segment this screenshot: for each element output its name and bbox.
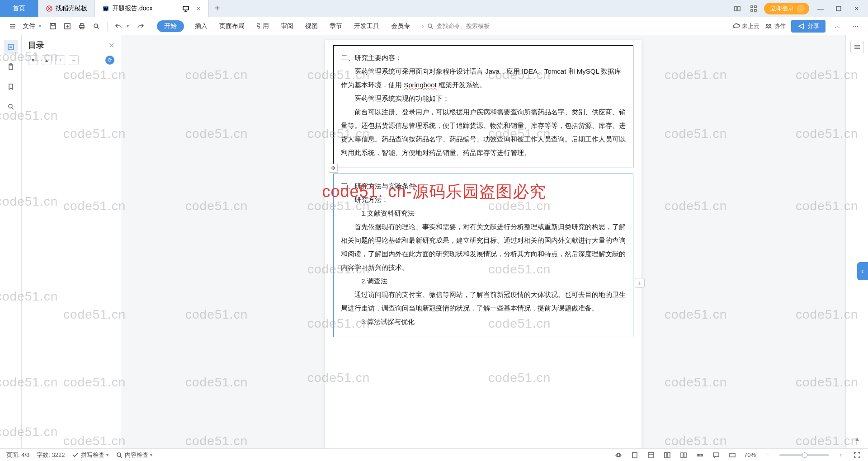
- outline-icon[interactable]: [4, 40, 18, 54]
- svg-rect-8: [751, 9, 753, 11]
- doc-section-2: 二、研究主要内容： 医药管理系统可采用面向对象程序设计语言 Java，应用 ID…: [333, 45, 633, 168]
- tab-template[interactable]: 找稻壳模板: [38, 0, 95, 17]
- svg-rect-30: [668, 452, 670, 458]
- sec3-m1: 1.文献资料研究法: [341, 207, 626, 220]
- zoom-in-icon[interactable]: +: [836, 451, 845, 460]
- reading-mode-icon[interactable]: [614, 451, 623, 460]
- properties-icon[interactable]: [850, 41, 864, 53]
- svg-rect-5: [738, 6, 740, 11]
- word-count[interactable]: 字数: 3222: [37, 451, 65, 459]
- svg-point-26: [617, 454, 620, 456]
- tab-start[interactable]: 开始: [157, 20, 184, 32]
- login-button[interactable]: 立即登录: [764, 3, 809, 14]
- layout-toggle-icon[interactable]: [731, 3, 743, 14]
- svg-rect-21: [8, 44, 14, 50]
- table-handle-icon[interactable]: ✥: [329, 164, 338, 173]
- svg-rect-28: [648, 452, 654, 458]
- maximize-button[interactable]: [832, 5, 845, 12]
- view-outline-icon[interactable]: [646, 451, 656, 460]
- file-menu[interactable]: 文件: [21, 22, 37, 30]
- tab-view[interactable]: 视图: [304, 20, 319, 32]
- zoom-out-icon[interactable]: −: [763, 451, 772, 460]
- tab-review[interactable]: 审阅: [280, 20, 294, 32]
- close-window-button[interactable]: ✕: [850, 5, 863, 12]
- svg-rect-27: [632, 452, 637, 458]
- page-indicator[interactable]: 页面: 4/8: [6, 451, 29, 459]
- tab-home[interactable]: 首页: [0, 0, 38, 17]
- menubar: 文件▾ ▾ 开始 插入 页面布局 引用 审阅 视图 章节 开发工具 会员专 › …: [0, 17, 868, 35]
- tab-insert[interactable]: 插入: [194, 20, 208, 32]
- svg-rect-9: [755, 9, 756, 11]
- expand-all-icon[interactable]: ▴: [42, 55, 52, 65]
- redo-icon[interactable]: [134, 20, 147, 33]
- sec2-title: 二、研究主要内容：: [341, 51, 626, 65]
- toc-add-icon[interactable]: +: [55, 55, 65, 65]
- toc-sync-icon[interactable]: ⟳: [105, 56, 114, 65]
- sec3-h1: 研究方法：: [341, 193, 626, 207]
- insert-row-icon[interactable]: +: [635, 278, 645, 288]
- left-rail: [0, 35, 22, 448]
- svg-rect-7: [755, 6, 756, 8]
- document-page: 二、研究主要内容： 医药管理系统可采用面向对象程序设计语言 Java，应用 ID…: [325, 40, 642, 448]
- feedback-tab[interactable]: ‹: [857, 262, 868, 280]
- tab-document[interactable]: W 开题报告.docx ✕: [95, 0, 209, 17]
- save-icon[interactable]: [47, 20, 59, 33]
- collab-button[interactable]: 协作: [765, 22, 786, 30]
- zoom-slider[interactable]: [779, 454, 829, 456]
- tab-chapter[interactable]: 章节: [329, 20, 343, 32]
- minimize-button[interactable]: —: [814, 5, 827, 12]
- share-button[interactable]: 分享: [791, 20, 826, 33]
- fullscreen-icon[interactable]: [853, 451, 862, 460]
- svg-rect-6: [751, 6, 753, 8]
- content-check[interactable]: 内容检查 ▾: [116, 451, 152, 459]
- close-toc-icon[interactable]: ✕: [108, 41, 114, 50]
- new-tab-button[interactable]: +: [209, 0, 225, 17]
- hamburger-icon[interactable]: [6, 20, 19, 33]
- toc-panel: 目录 ✕ ▾ ▴ + − ⟳: [22, 35, 121, 448]
- view-read-icon[interactable]: [679, 451, 688, 460]
- zoom-fit-icon[interactable]: [728, 451, 737, 460]
- tab-devtools[interactable]: 开发工具: [353, 20, 380, 32]
- svg-rect-4: [735, 6, 737, 11]
- view-web-icon[interactable]: [663, 451, 672, 460]
- doc-section-3: 三、研究方法与实验条件： 研究方法： 1.文献资料研究法 首先依据现有的理论、事…: [333, 174, 633, 337]
- collapse-all-icon[interactable]: ▾: [28, 55, 38, 65]
- ruler-icon[interactable]: [695, 451, 704, 460]
- toc-title: 目录: [28, 40, 44, 51]
- template-icon: [46, 5, 53, 12]
- save-as-icon[interactable]: [61, 20, 74, 33]
- preview-icon[interactable]: [90, 20, 103, 33]
- svg-point-25: [117, 453, 121, 456]
- cloud-status[interactable]: 未上云: [733, 22, 760, 30]
- view-page-icon[interactable]: [630, 451, 639, 460]
- spellcheck-toggle[interactable]: 拼写检查 ▾: [72, 451, 108, 459]
- sec3-m1-p: 首先依据现有的理论、事实和需要，对有关文献进行分析整理或重新归类研究的构思，了解…: [341, 220, 626, 274]
- avatar-icon: [797, 5, 805, 13]
- scroll-up-icon[interactable]: ▴: [854, 434, 860, 443]
- ribbon-tabs: 开始 插入 页面布局 引用 审阅 视图 章节 开发工具 会员专 ›: [157, 20, 425, 32]
- toc-remove-icon[interactable]: −: [69, 55, 79, 65]
- more-icon[interactable]: ⋯: [849, 20, 862, 33]
- clipboard-icon[interactable]: [4, 60, 18, 74]
- spell-error: Springboot: [404, 81, 437, 89]
- collapse-ribbon-icon[interactable]: ︿: [831, 20, 844, 33]
- tab-layout[interactable]: 页面布局: [218, 20, 245, 32]
- zoom-level[interactable]: 70%: [744, 452, 756, 458]
- presentation-icon[interactable]: [182, 5, 189, 12]
- sec3-m2: 2.调查法: [341, 274, 626, 288]
- close-tab-icon[interactable]: ✕: [196, 5, 201, 12]
- bookmark-icon[interactable]: [4, 80, 18, 94]
- tab-reference[interactable]: 引用: [255, 20, 270, 32]
- undo-icon[interactable]: [112, 20, 125, 33]
- titlebar: 首页 找稻壳模板 W 开题报告.docx ✕ + 立即登录 — ✕: [0, 0, 868, 17]
- sec2-para3: 前台可以注册、登录用户，可以根据用户疾病和需要查询所需药品名字、类别、供应商、销…: [341, 105, 626, 160]
- comments-icon[interactable]: [712, 451, 721, 460]
- tabs-more-icon[interactable]: ›: [421, 20, 425, 32]
- apps-grid-icon[interactable]: [748, 3, 760, 14]
- search-icon[interactable]: [4, 99, 18, 114]
- svg-rect-15: [80, 24, 83, 25]
- document-canvas[interactable]: 二、研究主要内容： 医药管理系统可采用面向对象程序设计语言 Java，应用 ID…: [121, 35, 845, 448]
- command-search[interactable]: 查找命令、搜索模板: [427, 22, 490, 30]
- print-icon[interactable]: [75, 20, 88, 33]
- tab-member[interactable]: 会员专: [390, 20, 411, 32]
